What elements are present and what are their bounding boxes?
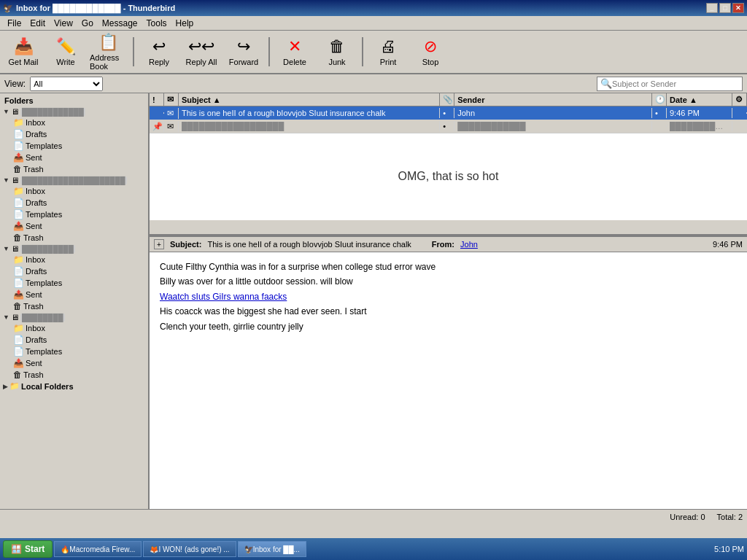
toolbar: 📥 Get Mail ✏️ Write 📋 Address Book ↩ Rep… xyxy=(0,31,747,74)
folder-label-drafts-2: Drafts xyxy=(26,198,47,207)
menu-message[interactable]: Message xyxy=(98,17,142,30)
account-icon-3: 🖥 xyxy=(11,244,19,253)
col-header-date-icon[interactable]: 🕐 xyxy=(652,93,667,106)
start-button[interactable]: 🪟 Start xyxy=(3,540,53,558)
junk-button[interactable]: 🗑 Junk xyxy=(317,32,357,71)
msg-line-4: His coacck was the biggest she had ever … xyxy=(160,304,737,319)
col-header-flag[interactable]: ! xyxy=(150,93,164,106)
account-name-1: ████████████ xyxy=(20,108,85,116)
email-attach-1: • xyxy=(440,108,454,118)
view-select[interactable]: All Unread xyxy=(30,77,103,91)
menu-go[interactable]: Go xyxy=(77,17,98,30)
menu-edit[interactable]: Edit xyxy=(26,17,50,30)
folder-drafts-3[interactable]: 📄 Drafts xyxy=(1,265,147,277)
maximize-button[interactable]: □ xyxy=(719,3,731,13)
preview-text: OMG, that is so hot xyxy=(398,166,499,187)
msg-expand-button[interactable]: + xyxy=(154,239,164,249)
drafts-icon-1: 📄 xyxy=(13,129,24,139)
msg-subject-label: Subject: xyxy=(170,240,201,249)
col-header-sender[interactable]: Sender xyxy=(454,93,652,106)
menu-file[interactable]: File xyxy=(3,17,26,30)
folder-templates-4[interactable]: 📄 Templates xyxy=(1,346,147,357)
account-3[interactable]: ▼ 🖥 ██████████ xyxy=(1,244,147,254)
taskbar-icon-3: 🦅 xyxy=(244,545,253,553)
email-subject-2: ██████████████████ xyxy=(179,121,440,131)
folder-label-inbox-3: Inbox xyxy=(26,255,45,264)
expand-icon-2: ▼ xyxy=(3,176,9,184)
search-input[interactable] xyxy=(612,79,739,88)
folder-drafts-4[interactable]: 📄 Drafts xyxy=(1,334,147,346)
folder-inbox-4[interactable]: 📁 Inbox xyxy=(1,322,147,334)
folder-templates-3[interactable]: 📄 Templates xyxy=(1,277,147,289)
folder-sent-1[interactable]: 📤 Sent xyxy=(1,152,147,163)
account-1[interactable]: ▼ 🖥 ████████████ xyxy=(1,106,147,117)
col-header-date[interactable]: Date ▲ xyxy=(667,93,732,106)
folder-trash-4[interactable]: 🗑 Trash xyxy=(1,369,147,381)
minimize-button[interactable]: _ xyxy=(706,3,718,13)
reply-all-button[interactable]: ↩↩ Reply All xyxy=(181,32,222,71)
email-row-1[interactable]: ✉ This is one heII of a rough bIovvjob S… xyxy=(150,106,747,120)
folder-label-inbox-4: Inbox xyxy=(26,324,45,332)
folder-templates-2[interactable]: 📄 Templates xyxy=(1,209,147,220)
stop-button[interactable]: ⊘ Stop xyxy=(410,32,451,71)
account-4[interactable]: ▼ 🖥 ████████ xyxy=(1,312,147,322)
col-header-actions[interactable]: ⚙ xyxy=(732,93,747,106)
msg-from-label: From: xyxy=(432,240,454,249)
folder-trash-1[interactable]: 🗑 Trash xyxy=(1,163,147,175)
account-name-4: ████████ xyxy=(20,314,65,322)
write-button[interactable]: ✏️ Write xyxy=(45,32,86,71)
folder-inbox-3[interactable]: 📁 Inbox xyxy=(1,254,147,265)
folder-trash-2[interactable]: 🗑 Trash xyxy=(1,232,147,244)
col-header-read[interactable]: ✉ xyxy=(164,93,179,106)
taskbar-clock: 5:10 PM xyxy=(714,545,744,553)
email-list: ! ✉ Subject ▲ 📎 Sender 🕐 Date ▲ ⚙ ✉ This… xyxy=(150,93,747,236)
menu-tools[interactable]: Tools xyxy=(142,17,171,30)
taskbar-item-2[interactable]: 🦊 I WON! (ads gone!) ... xyxy=(143,541,236,557)
email-date-1: 9:46 PM xyxy=(667,108,732,118)
email-subject-1: This is one heII of a rough bIovvjob SIu… xyxy=(179,108,440,118)
msg-link[interactable]: Waatch sIuts GiIrs wanna faacks xyxy=(160,292,287,302)
folder-inbox-1[interactable]: 📁 Inbox xyxy=(1,117,147,128)
col-header-subject[interactable]: Subject ▲ xyxy=(179,93,440,106)
folder-sent-2[interactable]: 📤 Sent xyxy=(1,220,147,232)
email-row-2[interactable]: 📌 ✉ ██████████████████ • ████████████ ██… xyxy=(150,120,747,133)
inbox-icon-1: 📁 xyxy=(13,117,24,128)
folder-drafts-1[interactable]: 📄 Drafts xyxy=(1,128,147,140)
address-book-button[interactable]: 📋 Address Book xyxy=(88,32,128,71)
folder-inbox-2[interactable]: 📁 Inbox xyxy=(1,185,147,197)
delete-icon: ✕ xyxy=(288,37,301,56)
toolbar-separator-1 xyxy=(133,37,134,66)
taskbar-item-1[interactable]: 🔥 Macromedia Firew... xyxy=(54,541,142,557)
col-header-extra[interactable]: 📎 xyxy=(440,93,454,106)
folder-sent-3[interactable]: 📤 Sent xyxy=(1,289,147,300)
account-name-2: ████████████████████ xyxy=(20,176,127,184)
folder-trash-3[interactable]: 🗑 Trash xyxy=(1,300,147,312)
expand-icon-local: ▶ xyxy=(3,383,8,390)
forward-button[interactable]: ↪ Forward xyxy=(223,32,264,71)
email-date-icon-2 xyxy=(652,125,667,127)
get-mail-button[interactable]: 📥 Get Mail xyxy=(3,32,44,71)
total-label: Total: xyxy=(717,513,736,521)
menu-view[interactable]: View xyxy=(50,17,77,30)
print-button[interactable]: 🖨 Print xyxy=(368,32,409,71)
msg-line-2: Billy was over for a little outdoor sess… xyxy=(160,274,737,289)
sent-icon-2: 📤 xyxy=(13,221,24,231)
menu-help[interactable]: Help xyxy=(171,17,198,30)
delete-button[interactable]: ✕ Delete xyxy=(274,32,315,71)
toolbar-separator-3 xyxy=(362,37,363,66)
menubar: File Edit View Go Message Tools Help xyxy=(0,16,747,31)
taskbar-icon-1: 🔥 xyxy=(61,545,69,553)
close-button[interactable]: ✕ xyxy=(732,3,744,13)
folder-templates-1[interactable]: 📄 Templates xyxy=(1,140,147,152)
local-folders[interactable]: ▶ 📁 Local Folders xyxy=(1,381,147,392)
account-icon-4: 🖥 xyxy=(11,313,19,322)
folder-drafts-2[interactable]: 📄 Drafts xyxy=(1,197,147,209)
drafts-icon-4: 📄 xyxy=(13,335,24,345)
folder-sent-4[interactable]: 📤 Sent xyxy=(1,357,147,369)
account-2[interactable]: ▼ 🖥 ████████████████████ xyxy=(1,175,147,185)
taskbar-icons: 5:10 PM xyxy=(714,545,744,553)
trash-icon-4: 🗑 xyxy=(13,370,22,380)
reply-all-label: Reply All xyxy=(186,58,217,66)
reply-button[interactable]: ↩ Reply xyxy=(139,32,179,71)
taskbar-item-3[interactable]: 🦅 Inbox for ██... xyxy=(238,541,306,557)
